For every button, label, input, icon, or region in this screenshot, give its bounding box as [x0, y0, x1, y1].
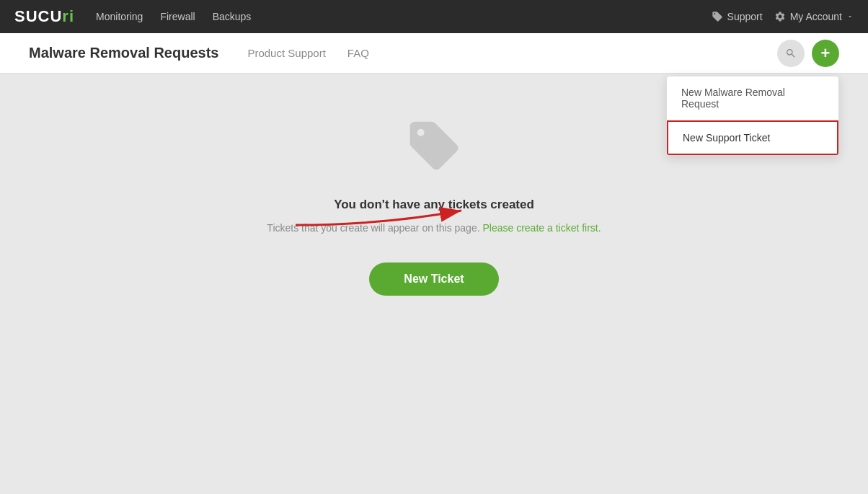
- gear-icon: [774, 11, 786, 22]
- search-icon: [785, 48, 797, 59]
- nav-backups[interactable]: Backups: [213, 11, 252, 22]
- empty-state-title: You don't have any tickets created: [334, 198, 534, 212]
- new-item-button[interactable]: +: [812, 40, 839, 67]
- new-ticket-button[interactable]: New Ticket: [369, 263, 498, 296]
- new-malware-removal-request[interactable]: New Malware Removal Request: [667, 76, 838, 120]
- chevron-down-icon: [846, 13, 854, 20]
- nav-links: Monitoring Firewall Backups: [96, 11, 712, 22]
- my-account-label: My Account: [790, 11, 842, 22]
- logo-text: SUCUri: [14, 7, 74, 26]
- page-title: Malware Removal Requests: [29, 45, 218, 61]
- ticket-icon: [405, 117, 463, 175]
- nav-monitoring[interactable]: Monitoring: [96, 11, 143, 22]
- top-navigation: SUCUri Monitoring Firewall Backups Suppo…: [0, 0, 868, 33]
- tag-icon: [712, 11, 723, 22]
- subnav-actions: + New Malware Removal Request New Suppor…: [777, 40, 839, 67]
- create-ticket-link[interactable]: Please create a ticket first.: [482, 222, 601, 234]
- logo[interactable]: SUCUri: [14, 7, 74, 26]
- subnav-tabs: Product Support FAQ: [247, 44, 777, 62]
- tab-faq[interactable]: FAQ: [347, 44, 369, 62]
- empty-state-description: Tickets that you create will appear on t…: [267, 222, 601, 234]
- support-link[interactable]: Support: [712, 11, 763, 22]
- nav-firewall[interactable]: Firewall: [160, 11, 195, 22]
- new-item-dropdown: New Malware Removal Request New Support …: [666, 76, 839, 156]
- new-support-ticket[interactable]: New Support Ticket: [667, 120, 838, 155]
- sub-navigation: Malware Removal Requests Product Support…: [0, 33, 868, 74]
- plus-button-wrapper: + New Malware Removal Request New Suppor…: [812, 40, 839, 67]
- nav-right: Support My Account: [712, 11, 854, 22]
- search-button[interactable]: [777, 40, 805, 67]
- empty-desc-text: Tickets that you create will appear on t…: [267, 222, 479, 234]
- support-label: Support: [727, 11, 763, 22]
- tab-product-support[interactable]: Product Support: [247, 44, 325, 62]
- empty-state-icon: [405, 117, 463, 177]
- my-account-link[interactable]: My Account: [774, 11, 854, 22]
